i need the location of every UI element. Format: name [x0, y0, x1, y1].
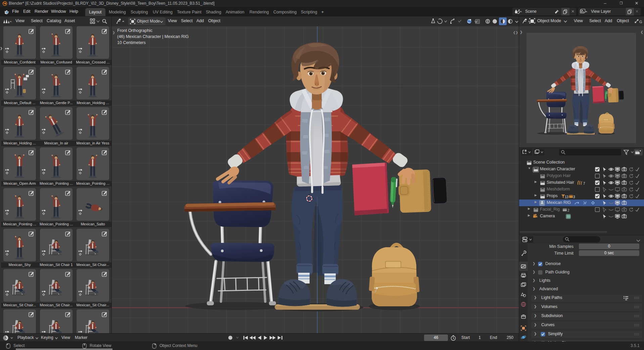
svg-text:2: 2 [567, 209, 569, 212]
svg-text:Front Orthographic: Front Orthographic [117, 28, 152, 33]
svg-text:13: 13 [565, 195, 569, 199]
svg-text:10 Centimeters: 10 Centimeters [117, 40, 146, 45]
svg-text:(46) Mexican Character | Mexic: (46) Mexican Character | Mexican RIG [117, 34, 189, 39]
svg-text:3: 3 [573, 195, 575, 199]
svg-text:❮❯: ❮❯ [513, 31, 518, 35]
svg-text:❯: ❯ [112, 31, 115, 35]
svg-text:G: G [639, 20, 642, 24]
svg-text:7: 7 [583, 182, 585, 185]
